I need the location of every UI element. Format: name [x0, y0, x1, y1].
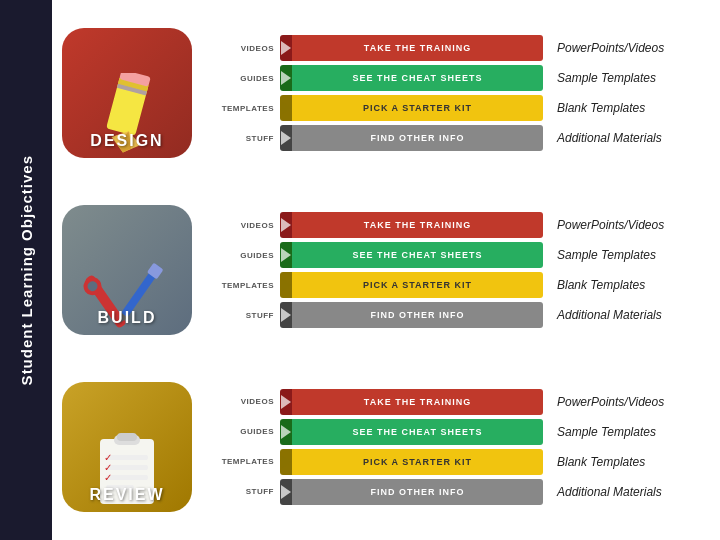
- design-row-3: STUFF FIND OTHER INFO: [206, 125, 543, 151]
- svg-marker-33: [281, 485, 291, 499]
- svg-marker-8: [281, 101, 291, 115]
- design-arrow-2: [280, 95, 292, 121]
- svg-text:✓: ✓: [104, 472, 112, 483]
- svg-marker-7: [281, 71, 291, 85]
- design-icon-box: DESIGN: [62, 28, 192, 158]
- review-arrow-2: [280, 449, 292, 475]
- design-labels: PowerPoints/Videos Sample Templates Blan…: [557, 35, 712, 151]
- build-buttons: VIDEOS TAKE THE TRAINING GUIDES SEE THE …: [206, 212, 543, 328]
- design-btn-2[interactable]: PICK A STARTER KIT: [280, 95, 543, 121]
- build-arrow-0: [280, 212, 292, 238]
- build-btntext-3: FIND OTHER INFO: [292, 302, 543, 328]
- review-btntext-3: FIND OTHER INFO: [292, 479, 543, 505]
- review-row-3: STUFF FIND OTHER INFO: [206, 479, 543, 505]
- review-row-0: VIDEOS TAKE THE TRAINING: [206, 389, 543, 415]
- design-btntext-2: PICK A STARTER KIT: [292, 95, 543, 121]
- build-labels: PowerPoints/Videos Sample Templates Blan…: [557, 212, 712, 328]
- design-arrow-1: [280, 65, 292, 91]
- design-row-1: GUIDES SEE THE CHEAT SHEETS: [206, 65, 543, 91]
- svg-marker-31: [281, 425, 291, 439]
- build-btntext-1: SEE THE CHEAT SHEETS: [292, 242, 543, 268]
- svg-marker-19: [281, 308, 291, 322]
- build-cat-2: TEMPLATES: [206, 281, 274, 290]
- review-label-3: Additional Materials: [557, 479, 712, 505]
- section-review: ✓ ✓ ✓ REVIEW VIDEOS TAKE THE TRAINING GU…: [62, 361, 712, 532]
- design-row-0: VIDEOS TAKE THE TRAINING: [206, 35, 543, 61]
- review-btntext-0: TAKE THE TRAINING: [292, 389, 543, 415]
- review-arrow-0: [280, 389, 292, 415]
- svg-rect-22: [117, 433, 137, 441]
- review-icon-box: ✓ ✓ ✓ REVIEW: [62, 382, 192, 512]
- design-btntext-0: TAKE THE TRAINING: [292, 35, 543, 61]
- build-btn-3[interactable]: FIND OTHER INFO: [280, 302, 543, 328]
- review-label: REVIEW: [62, 486, 192, 504]
- design-cat-0: VIDEOS: [206, 44, 274, 53]
- sidebar-title: Student Learning Objectives: [18, 155, 35, 385]
- build-label: BUILD: [62, 309, 192, 327]
- svg-marker-32: [281, 455, 291, 469]
- review-row-1: GUIDES SEE THE CHEAT SHEETS: [206, 419, 543, 445]
- section-design: DESIGN VIDEOS TAKE THE TRAINING GUIDES: [62, 8, 712, 179]
- build-btn-0[interactable]: TAKE THE TRAINING: [280, 212, 543, 238]
- build-label-0: PowerPoints/Videos: [557, 212, 712, 238]
- build-icon-box: BUILD: [62, 205, 192, 335]
- build-row-0: VIDEOS TAKE THE TRAINING: [206, 212, 543, 238]
- build-btntext-2: PICK A STARTER KIT: [292, 272, 543, 298]
- sidebar: Student Learning Objectives: [0, 0, 52, 540]
- build-btn-1[interactable]: SEE THE CHEAT SHEETS: [280, 242, 543, 268]
- build-btn-2[interactable]: PICK A STARTER KIT: [280, 272, 543, 298]
- review-label-2: Blank Templates: [557, 449, 712, 475]
- build-cat-3: STUFF: [206, 311, 274, 320]
- design-cat-1: GUIDES: [206, 74, 274, 83]
- design-label-2: Blank Templates: [557, 95, 712, 121]
- design-label-1: Sample Templates: [557, 65, 712, 91]
- design-btntext-3: FIND OTHER INFO: [292, 125, 543, 151]
- review-btn-2[interactable]: PICK A STARTER KIT: [280, 449, 543, 475]
- review-btn-1[interactable]: SEE THE CHEAT SHEETS: [280, 419, 543, 445]
- review-cat-2: TEMPLATES: [206, 457, 274, 466]
- svg-rect-24: [106, 465, 148, 470]
- design-label: DESIGN: [62, 132, 192, 150]
- svg-marker-16: [281, 218, 291, 232]
- build-row-3: STUFF FIND OTHER INFO: [206, 302, 543, 328]
- svg-marker-6: [281, 41, 291, 55]
- review-cat-0: VIDEOS: [206, 397, 274, 406]
- design-arrow-3: [280, 125, 292, 151]
- review-buttons: VIDEOS TAKE THE TRAINING GUIDES SEE THE …: [206, 389, 543, 505]
- review-cat-3: STUFF: [206, 487, 274, 496]
- design-label-0: PowerPoints/Videos: [557, 35, 712, 61]
- svg-marker-18: [281, 278, 291, 292]
- review-arrow-1: [280, 419, 292, 445]
- review-btntext-1: SEE THE CHEAT SHEETS: [292, 419, 543, 445]
- svg-rect-23: [106, 455, 148, 460]
- review-label-0: PowerPoints/Videos: [557, 389, 712, 415]
- build-arrow-1: [280, 242, 292, 268]
- design-btn-1[interactable]: SEE THE CHEAT SHEETS: [280, 65, 543, 91]
- review-row-2: TEMPLATES PICK A STARTER KIT: [206, 449, 543, 475]
- build-arrow-2: [280, 272, 292, 298]
- build-label-1: Sample Templates: [557, 242, 712, 268]
- review-arrow-3: [280, 479, 292, 505]
- svg-marker-30: [281, 395, 291, 409]
- review-labels: PowerPoints/Videos Sample Templates Blan…: [557, 389, 712, 505]
- design-btn-0[interactable]: TAKE THE TRAINING: [280, 35, 543, 61]
- build-row-1: GUIDES SEE THE CHEAT SHEETS: [206, 242, 543, 268]
- build-label-2: Blank Templates: [557, 272, 712, 298]
- section-build: BUILD VIDEOS TAKE THE TRAINING GUIDES: [62, 185, 712, 356]
- design-row-2: TEMPLATES PICK A STARTER KIT: [206, 95, 543, 121]
- design-buttons: VIDEOS TAKE THE TRAINING GUIDES SEE THE …: [206, 35, 543, 151]
- design-label-3: Additional Materials: [557, 125, 712, 151]
- build-label-3: Additional Materials: [557, 302, 712, 328]
- svg-rect-25: [106, 475, 148, 480]
- build-btntext-0: TAKE THE TRAINING: [292, 212, 543, 238]
- design-btntext-1: SEE THE CHEAT SHEETS: [292, 65, 543, 91]
- review-btn-3[interactable]: FIND OTHER INFO: [280, 479, 543, 505]
- design-cat-2: TEMPLATES: [206, 104, 274, 113]
- review-btn-0[interactable]: TAKE THE TRAINING: [280, 389, 543, 415]
- svg-marker-9: [281, 131, 291, 145]
- build-row-2: TEMPLATES PICK A STARTER KIT: [206, 272, 543, 298]
- build-cat-0: VIDEOS: [206, 221, 274, 230]
- build-arrow-3: [280, 302, 292, 328]
- design-btn-3[interactable]: FIND OTHER INFO: [280, 125, 543, 151]
- review-label-1: Sample Templates: [557, 419, 712, 445]
